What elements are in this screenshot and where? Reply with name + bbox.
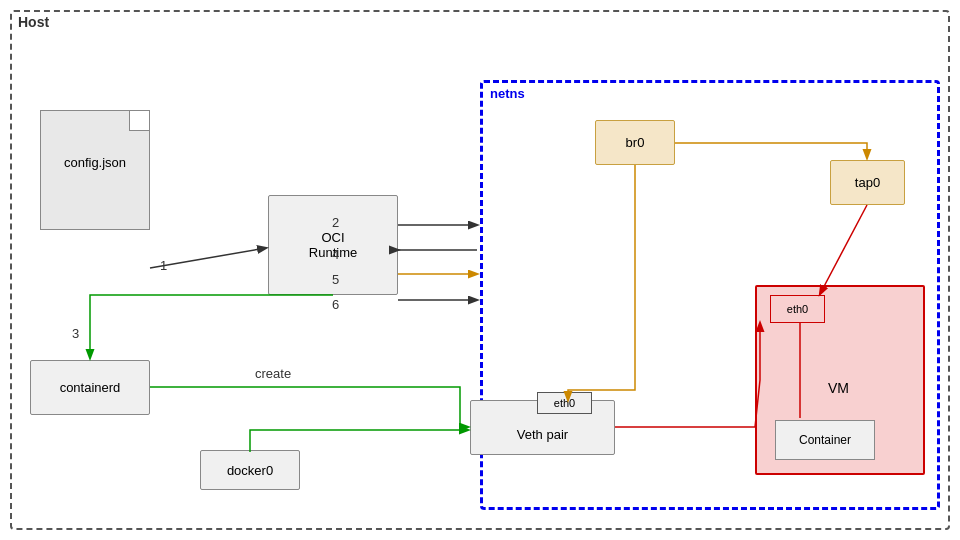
num6-label: 6: [332, 297, 339, 312]
diagram: Host netns config.json OCI Runtime br0 t…: [0, 0, 960, 540]
vm-label: VM: [828, 380, 849, 396]
num5-label: 5: [332, 272, 339, 287]
tap0-label: tap0: [855, 175, 880, 190]
docker0-label: docker0: [227, 463, 273, 478]
config-json-box: [40, 110, 150, 230]
netns-label: netns: [490, 86, 525, 101]
vm-eth0-box: eth0: [770, 295, 825, 323]
num4-label: 4: [332, 247, 339, 262]
num1-label: 1: [160, 258, 167, 273]
container-box: Container: [775, 420, 875, 460]
num3-label: 3: [72, 326, 79, 341]
tap0-box: tap0: [830, 160, 905, 205]
veth-eth0-label: eth0: [554, 397, 575, 409]
config-label: config.json: [40, 155, 150, 170]
vm-eth0-label: eth0: [787, 303, 808, 315]
config-notch: [129, 111, 149, 131]
br0-box: br0: [595, 120, 675, 165]
containerd-box: containerd: [30, 360, 150, 415]
docker0-box: docker0: [200, 450, 300, 490]
veth-eth0-box: eth0: [537, 392, 592, 414]
containerd-label: containerd: [60, 380, 121, 395]
host-label: Host: [18, 14, 49, 30]
container-label: Container: [799, 433, 851, 447]
create-label: create: [255, 366, 291, 381]
num2-label: 2: [332, 215, 339, 230]
br0-label: br0: [626, 135, 645, 150]
veth-label: Veth pair: [517, 427, 568, 442]
